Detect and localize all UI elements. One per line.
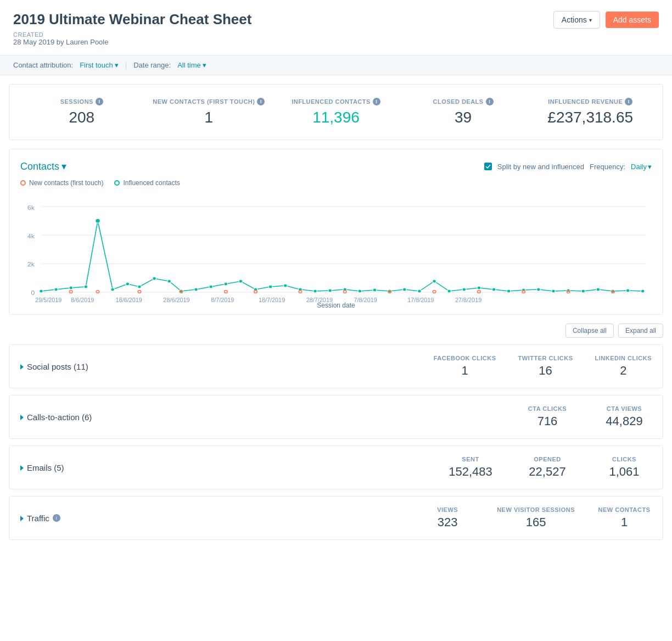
legend-influenced-contacts: Influenced contacts: [114, 179, 180, 187]
cta-views-stat: CTA VIEWS 44,829: [597, 405, 652, 428]
traffic-new-contacts-stat: NEW CONTACTS 1: [597, 506, 652, 529]
influenced-contacts-info-icon[interactable]: i: [373, 98, 380, 105]
stat-closed-deals-value: 39: [404, 109, 523, 126]
add-assets-button[interactable]: Add assets: [606, 12, 659, 28]
svg-point-31: [373, 288, 377, 292]
legend-dot-orange: [20, 180, 26, 186]
svg-point-46: [596, 288, 600, 291]
date-range-chevron-icon: ▾: [203, 61, 206, 69]
svg-point-9: [54, 288, 58, 291]
page-header: 2019 Ultimate Webinar Cheat Sheet Create…: [0, 0, 672, 55]
twitter-clicks-stat: TWITTER CLICKS 16: [518, 355, 573, 378]
svg-point-28: [328, 289, 332, 292]
svg-point-55: [254, 291, 257, 293]
filter-bar: Contact attribution: First touch ▾ | Dat…: [0, 55, 672, 75]
chart-section: Contacts ▾ Split by new and influenced F…: [9, 149, 663, 315]
stat-sessions-label: SESSIONS i: [23, 98, 141, 105]
cta-row: Calls-to-action (6) CTA CLICKS 716 CTA V…: [9, 395, 663, 438]
actions-label: Actions: [562, 15, 587, 24]
influenced-revenue-info-icon[interactable]: i: [625, 98, 632, 105]
emails-chevron-icon: [20, 465, 24, 471]
chart-controls: Split by new and influenced Frequency: D…: [484, 163, 652, 171]
svg-text:17/8/2019: 17/8/2019: [407, 297, 434, 303]
traffic-chevron-icon: [20, 516, 24, 521]
svg-text:4k: 4k: [27, 233, 35, 239]
closed-deals-info-icon[interactable]: i: [486, 98, 494, 105]
facebook-clicks-stat: FACEBOOK CLICKS 1: [434, 355, 496, 378]
svg-point-45: [581, 289, 585, 293]
svg-point-30: [358, 289, 362, 293]
social-posts-chevron-icon: [20, 364, 24, 370]
svg-point-52: [138, 291, 141, 293]
svg-point-14: [126, 282, 130, 286]
svg-text:18/7/2019: 18/7/2019: [259, 297, 285, 303]
svg-point-19: [194, 288, 198, 291]
chart-container: 0 2k 4k 6k: [20, 193, 652, 303]
stat-influenced-contacts-label: INFLUENCED CONTACTS i: [277, 98, 395, 105]
svg-point-11: [84, 285, 88, 288]
svg-point-16: [153, 277, 156, 280]
svg-point-37: [462, 288, 466, 291]
split-checkbox[interactable]: [484, 163, 492, 170]
stat-influenced-contacts-value: 11,396: [277, 109, 395, 126]
svg-text:29/5/2019: 29/5/2019: [35, 297, 61, 303]
svg-point-21: [224, 282, 228, 286]
svg-point-35: [433, 280, 436, 283]
svg-point-60: [478, 291, 480, 293]
svg-text:18/6/2019: 18/6/2019: [116, 297, 142, 303]
email-clicks-stat: CLICKS 1,061: [597, 456, 652, 479]
contact-attribution-button[interactable]: First touch ▾: [80, 61, 119, 69]
svg-point-39: [492, 288, 496, 291]
traffic-row: Traffic i VIEWS 323 NEW VISITOR SESSIONS…: [9, 497, 663, 539]
stat-new-contacts-value: 1: [150, 109, 268, 126]
section-controls: Collapse all Expand all: [9, 324, 663, 338]
stat-closed-deals-label: CLOSED DEALS i: [404, 98, 523, 105]
traffic-info-icon[interactable]: i: [53, 514, 60, 522]
svg-text:2k: 2k: [27, 261, 35, 267]
svg-point-51: [96, 291, 99, 293]
svg-text:8/7/2019: 8/7/2019: [211, 297, 234, 303]
new-contacts-info-icon[interactable]: i: [257, 98, 265, 105]
stat-new-contacts-label: NEW CONTACTS (FIRST TOUCH) i: [150, 98, 268, 105]
emails-toggle[interactable]: [20, 464, 24, 471]
traffic-toggle[interactable]: [20, 514, 24, 522]
svg-text:28/6/2019: 28/6/2019: [163, 297, 189, 303]
legend-dot-teal: [114, 180, 120, 186]
emails-row: Emails (5) SENT 152,483 OPENED 22,527 CL…: [9, 446, 663, 489]
sessions-info-icon[interactable]: i: [96, 98, 103, 105]
cta-toggle[interactable]: [20, 413, 24, 421]
cta-stats: CTA CLICKS 716 CTA VIEWS 44,829: [520, 405, 652, 428]
emails-stats: SENT 152,483 OPENED 22,527 CLICKS 1,061: [443, 456, 652, 479]
svg-point-57: [344, 291, 346, 293]
sections-wrapper: Collapse all Expand all Social posts (11…: [9, 324, 663, 540]
created-label: Created: [13, 31, 251, 38]
emails-section: Emails (5) SENT 152,483 OPENED 22,527 CL…: [9, 445, 663, 489]
new-visitor-sessions-stat: NEW VISITOR SESSIONS 165: [497, 506, 575, 529]
svg-point-48: [626, 289, 630, 292]
sent-stat: SENT 152,483: [443, 456, 498, 479]
svg-point-13: [111, 288, 115, 291]
traffic-stats: VIEWS 323 NEW VISITOR SESSIONS 165 NEW C…: [420, 506, 652, 529]
date-range-label: Date range:: [133, 61, 171, 69]
contacts-chart: 0 2k 4k 6k: [20, 193, 652, 303]
collapse-all-button[interactable]: Collapse all: [565, 324, 614, 338]
svg-point-12: [96, 219, 100, 223]
chart-title-chevron-icon[interactable]: ▾: [61, 160, 66, 172]
frequency-label: Frequency:: [590, 163, 625, 171]
svg-text:6k: 6k: [27, 204, 35, 211]
svg-point-25: [284, 284, 288, 287]
social-posts-toggle[interactable]: [20, 363, 24, 370]
date-range-button[interactable]: All time ▾: [177, 61, 206, 69]
svg-point-50: [70, 291, 72, 293]
cta-section: Calls-to-action (6) CTA CLICKS 716 CTA V…: [9, 395, 663, 439]
svg-point-22: [239, 280, 243, 283]
legend-new-contacts: New contacts (first touch): [20, 179, 103, 187]
frequency-button[interactable]: Daily ▾: [631, 163, 652, 171]
stats-section: SESSIONS i 208 NEW CONTACTS (FIRST TOUCH…: [9, 84, 663, 140]
actions-button[interactable]: Actions ▾: [553, 11, 600, 29]
chart-legend: New contacts (first touch) Influenced co…: [20, 179, 652, 187]
svg-point-17: [167, 280, 171, 283]
social-posts-name: Social posts (11): [27, 362, 434, 371]
stat-sessions-value: 208: [23, 109, 141, 126]
expand-all-button[interactable]: Expand all: [618, 324, 663, 338]
